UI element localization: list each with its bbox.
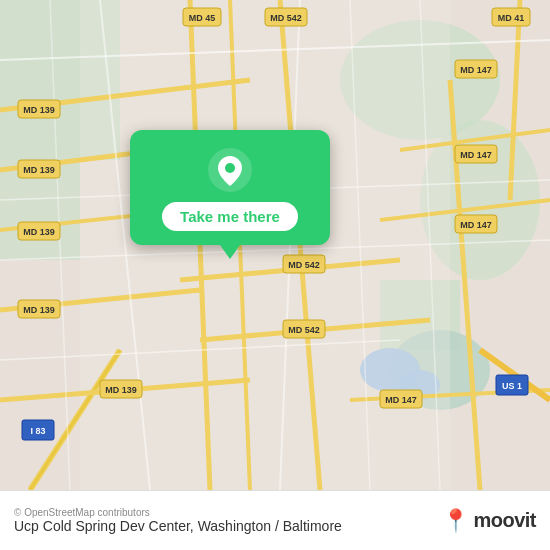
svg-text:MD 139: MD 139 xyxy=(23,305,55,315)
svg-text:MD 139: MD 139 xyxy=(23,105,55,115)
svg-text:MD 147: MD 147 xyxy=(460,220,492,230)
svg-text:MD 542: MD 542 xyxy=(288,325,320,335)
svg-text:I 83: I 83 xyxy=(30,426,45,436)
take-me-there-button[interactable]: Take me there xyxy=(162,202,298,231)
svg-text:MD 542: MD 542 xyxy=(270,13,302,23)
moovit-logo: 📍 moovit xyxy=(442,508,536,534)
location-name: Ucp Cold Spring Dev Center, Washington /… xyxy=(14,518,342,534)
svg-text:MD 139: MD 139 xyxy=(23,227,55,237)
map-container: MD 139 MD 139 MD 139 MD 139 MD 139 MD 45… xyxy=(0,0,550,490)
map-attribution: © OpenStreetMap contributors xyxy=(14,507,342,518)
svg-point-70 xyxy=(225,163,235,173)
svg-text:MD 542: MD 542 xyxy=(288,260,320,270)
svg-text:MD 139: MD 139 xyxy=(105,385,137,395)
svg-text:MD 147: MD 147 xyxy=(460,65,492,75)
bottom-left-info: © OpenStreetMap contributors Ucp Cold Sp… xyxy=(14,507,342,534)
bottom-bar: © OpenStreetMap contributors Ucp Cold Sp… xyxy=(0,490,550,550)
svg-text:MD 41: MD 41 xyxy=(498,13,525,23)
moovit-pin-icon: 📍 xyxy=(442,508,469,534)
moovit-brand-text: moovit xyxy=(473,509,536,532)
svg-text:US 1: US 1 xyxy=(502,381,522,391)
svg-text:MD 147: MD 147 xyxy=(385,395,417,405)
svg-text:MD 45: MD 45 xyxy=(189,13,216,23)
svg-text:MD 147: MD 147 xyxy=(460,150,492,160)
map-svg: MD 139 MD 139 MD 139 MD 139 MD 139 MD 45… xyxy=(0,0,550,490)
location-popup: Take me there xyxy=(130,130,330,245)
location-pin-icon xyxy=(208,148,252,192)
svg-text:MD 139: MD 139 xyxy=(23,165,55,175)
